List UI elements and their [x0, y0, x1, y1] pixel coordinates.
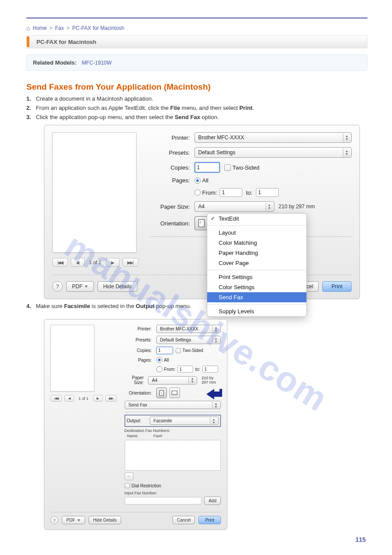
from-label: From:: [164, 367, 176, 372]
menu-item-layout[interactable]: Layout: [207, 228, 306, 238]
orientation-portrait-button[interactable]: [156, 388, 167, 398]
pdf-button[interactable]: PDF▼: [66, 281, 94, 292]
printer-select[interactable]: Brother MFC-XXXX ▲▼: [194, 132, 352, 143]
from-input[interactable]: 1: [219, 188, 242, 197]
next-page-button[interactable]: ▶: [93, 395, 103, 402]
hide-details-button[interactable]: Hide Details: [89, 516, 121, 524]
panel-dropdown-menu[interactable]: TextEdit Layout Color Matching Paper Han…: [207, 213, 307, 317]
output-label: Output:: [127, 418, 150, 423]
page-preview: [50, 325, 94, 392]
related-model: MFC-1910W: [82, 60, 111, 66]
paper-size-label: Paper Size:: [125, 375, 144, 385]
step-4-e: pop-up menu.: [155, 303, 191, 309]
output-row-highlight: Output: Facsimile ▲▼: [125, 415, 221, 427]
caret-down-icon: ▼: [84, 284, 88, 289]
paper-size-select[interactable]: A4 ▲▼: [194, 201, 274, 212]
crumb-2[interactable]: PC-FAX for Macintosh: [72, 25, 125, 31]
prev-page-button[interactable]: ◀: [65, 395, 74, 402]
menu-item-color-matching[interactable]: Color Matching: [207, 238, 306, 248]
from-label: From:: [202, 189, 217, 196]
pages-range-radio[interactable]: [194, 189, 201, 196]
breadcrumb: ⌂ Home > Fax > PC-FAX for Macintosh: [26, 25, 367, 32]
input-fax-label: Input Fax Number:: [125, 491, 221, 495]
crumb-sep: >: [49, 25, 52, 31]
prev-page-button[interactable]: ◀: [71, 258, 85, 267]
printer-label: Printer:: [150, 134, 190, 141]
step-2-a: From an application such as Apple TextEd…: [36, 105, 170, 111]
pages-all-radio[interactable]: [194, 178, 201, 184]
pager-text: 1 of 1: [79, 396, 89, 401]
menu-item-print-settings[interactable]: Print Settings: [207, 272, 306, 282]
pdf-button[interactable]: PDF▼: [62, 516, 85, 524]
printer-value: Brother MFC-XXXX: [198, 134, 245, 141]
step-num-2: 2.: [26, 105, 34, 111]
menu-item-send-fax[interactable]: Send Fax: [207, 292, 306, 302]
pdf-label: PDF: [72, 283, 83, 290]
copies-input[interactable]: 1: [156, 347, 173, 354]
last-page-button[interactable]: ▶▶|: [105, 395, 117, 402]
presets-value: Default Settings: [198, 149, 236, 156]
fax-number-input[interactable]: [125, 497, 202, 504]
dial-restriction-checkbox[interactable]: [125, 483, 130, 488]
orientation-label: Orientation:: [150, 220, 190, 227]
orientation-portrait-button[interactable]: [194, 216, 209, 230]
remove-dest-button[interactable]: −: [125, 472, 133, 480]
menu-item-textedit[interactable]: TextEdit: [207, 214, 306, 224]
menu-item-cover-page[interactable]: Cover Page: [207, 258, 306, 268]
orientation-label: Orientation:: [125, 391, 152, 395]
home-icon[interactable]: ⌂: [26, 25, 30, 32]
paper-size-select[interactable]: A4 ▲▼: [148, 376, 197, 385]
menu-item-paper-handling[interactable]: Paper Handling: [207, 248, 306, 258]
pdf-label: PDF: [66, 518, 75, 522]
crumb-0[interactable]: Home: [32, 25, 47, 31]
pages-all-label: All: [164, 358, 169, 363]
menu-item-supply-levels[interactable]: Supply Levels: [207, 306, 306, 316]
first-page-button[interactable]: |◀◀: [50, 395, 62, 402]
help-button[interactable]: ?: [50, 516, 58, 524]
print-button[interactable]: Print: [198, 516, 221, 524]
select-arrows-icon: ▲▼: [212, 326, 219, 332]
add-button[interactable]: Add: [204, 497, 221, 505]
pages-range-radio[interactable]: [156, 366, 162, 372]
to-input[interactable]: 1: [256, 188, 279, 197]
help-button[interactable]: ?: [52, 281, 63, 292]
two-sided-checkbox[interactable]: [176, 348, 181, 353]
dest-fax-label: Destination Fax Numbers:: [125, 428, 221, 433]
select-arrows-icon: ▲▼: [266, 202, 273, 211]
two-sided-checkbox[interactable]: [224, 164, 231, 171]
step-4-a: Make sure: [36, 303, 64, 309]
presets-value: Default Settings: [160, 337, 191, 342]
step-2-b: File: [170, 105, 180, 111]
printer-select[interactable]: Brother MFC-XXXX ▲▼: [156, 325, 221, 333]
pages-label: Pages:: [150, 177, 190, 184]
step-2-e: .: [252, 105, 254, 111]
paper-size-label: Paper Size:: [150, 203, 190, 210]
dest-list[interactable]: [125, 440, 221, 471]
col-name: Name: [127, 434, 154, 438]
first-page-button[interactable]: |◀◀: [52, 258, 68, 267]
print-button[interactable]: Print: [322, 281, 352, 292]
menu-item-color-settings[interactable]: Color Settings: [207, 282, 306, 292]
presets-select[interactable]: Default Settings ▲▼: [194, 147, 352, 158]
cancel-button[interactable]: Cancel: [173, 516, 195, 524]
output-select[interactable]: Facsimile ▲▼: [150, 417, 219, 425]
copies-input[interactable]: 1: [194, 162, 220, 173]
pages-all-label: All: [202, 177, 209, 184]
to-input[interactable]: 1: [202, 366, 218, 373]
paper-dimensions: 210 by 297 mm: [201, 376, 221, 385]
landscape-icon: [172, 391, 177, 395]
presets-select[interactable]: Default Settings ▲▼: [156, 336, 221, 344]
last-page-button[interactable]: ▶▶|: [122, 258, 138, 267]
crumb-1[interactable]: Fax: [55, 25, 64, 31]
from-input[interactable]: 1: [177, 366, 193, 373]
pages-all-radio[interactable]: [156, 357, 162, 363]
step-1-text: Create a document in a Macintosh applica…: [36, 95, 153, 102]
orientation-landscape-button[interactable]: [169, 388, 180, 398]
printer-value: Brother MFC-XXXX: [160, 326, 198, 331]
select-arrows-icon: ▲▼: [210, 417, 217, 424]
panel-select[interactable]: Send Fax ▲▼: [125, 401, 221, 409]
next-page-button[interactable]: ▶: [106, 258, 120, 267]
paper-dimensions: 210 by 297 mm: [279, 203, 315, 210]
pager-text: 1 of 1: [89, 260, 101, 265]
hide-details-button[interactable]: Hide Details: [97, 281, 137, 292]
